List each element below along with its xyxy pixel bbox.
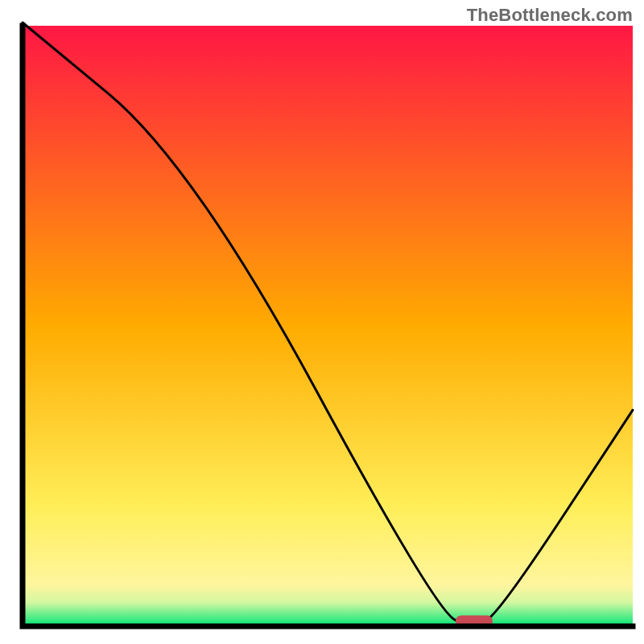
plot-background <box>23 26 633 626</box>
bottleneck-curve-chart <box>0 0 644 644</box>
watermark-label: TheBottleneck.com <box>467 5 633 26</box>
chart-frame: TheBottleneck.com <box>0 0 644 644</box>
